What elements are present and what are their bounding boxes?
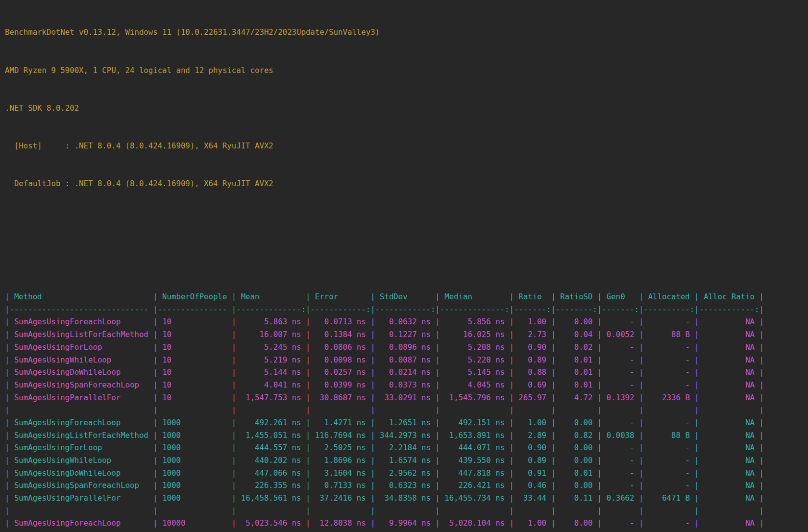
spacer-text: | | | | | | | | | | | [9,405,763,414]
env-line-cpu: AMD Ryzen 9 5900X, 1 CPU, 24 logical and… [5,64,808,77]
benchmark-table: | Method | NumberOfPeople | Mean | Error… [5,290,808,532]
row-text: SumAgesUsingForeachLoop | 10 | 5.863 ns … [9,317,763,326]
row-text: SumAgesUsingWhileLoop | 1000 | 440.202 n… [9,456,763,465]
table-row: | SumAgesUsingListForEachMethod | 10 | 1… [5,328,808,341]
row-text: SumAgesUsingListForEachMethod | 1000 | 1… [9,431,763,440]
table-row: | SumAgesUsingForLoop | 10 | 5.245 ns | … [5,341,808,354]
table-row: | SumAgesUsingDoWhileLoop | 1000 | 447.0… [5,467,808,480]
row-text: SumAgesUsingWhileLoop | 10 | 5.219 ns | … [9,355,763,364]
row-text: SumAgesUsingSpanForeachLoop | 1000 | 226… [9,481,763,490]
env-line-sdk: .NET SDK 8.0.202 [5,102,808,115]
env-line-benchmarkdotnet: BenchmarkDotNet v0.13.12, Windows 11 (10… [5,26,808,39]
table-row: | SumAgesUsingSpanForeachLoop | 10 | 4.0… [5,379,808,391]
table-row: | SumAgesUsingListForEachMethod | 10000 … [5,530,808,532]
terminal-window: { "colors": { "background": "#272727", "… [0,0,808,532]
table-row: | SumAgesUsingParallelFor | 10 | 1,547.7… [5,391,808,404]
row-text: SumAgesUsingDoWhileLoop | 1000 | 447.066… [9,468,763,478]
row-text: SumAgesUsingSpanForeachLoop | 10 | 4.041… [9,380,763,389]
table-row: | SumAgesUsingWhileLoop | 10 | 5.219 ns … [5,354,808,366]
blank-line [5,215,808,228]
header-text: | Method | NumberOfPeople | Mean | Error… [5,292,764,301]
spacer-text: | | | | | | | | | | | [9,506,763,515]
table-row: | SumAgesUsingSpanForeachLoop | 1000 | 2… [5,479,808,492]
table-row: | SumAgesUsingDoWhileLoop | 10 | 5.144 n… [5,366,808,379]
row-text: SumAgesUsingListForEachMethod | 10 | 16.… [9,330,763,339]
env-line-host: [Host] : .NET 8.0.4 (8.0.424.16909), X64… [5,140,808,152]
table-row: | SumAgesUsingListForEachMethod | 1000 |… [5,429,808,442]
table-row: | SumAgesUsingWhileLoop | 1000 | 440.202… [5,454,808,467]
row-text: SumAgesUsingForLoop | 10 | 5.245 ns | 0.… [9,342,763,352]
env-line-defaultjob: DefaultJob : .NET 8.0.4 (8.0.424.16909),… [5,177,808,190]
table-row: | SumAgesUsingForeachLoop | 1000 | 492.2… [5,416,808,429]
table-row: | SumAgesUsingForeachLoop | 10 | 5.863 n… [5,315,808,328]
terminal-output: BenchmarkDotNet v0.13.12, Windows 11 (10… [0,0,808,532]
table-spacer-row: | | | | | | | | | | | | [5,404,808,416]
table-row: | SumAgesUsingParallelFor | 1000 | 16,45… [5,492,808,505]
row-text: SumAgesUsingForeachLoop | 1000 | 492.261… [9,418,763,427]
row-text: SumAgesUsingParallelFor | 10 | 1,547.753… [9,393,763,402]
table-row: | SumAgesUsingForLoop | 1000 | 444.557 n… [5,441,808,454]
separator-text: |------------------------------ |-------… [5,305,764,314]
blank-line [5,253,808,266]
row-text: SumAgesUsingDoWhileLoop | 10 | 5.144 ns … [9,367,763,377]
row-text: SumAgesUsingForLoop | 1000 | 444.557 ns … [9,443,763,452]
row-text: SumAgesUsingParallelFor | 1000 | 16,458.… [9,493,763,503]
table-separator-row: |------------------------------ |-------… [5,303,808,316]
table-row: | SumAgesUsingForeachLoop | 10000 | 5,02… [5,517,808,530]
table-header-row: | Method | NumberOfPeople | Mean | Error… [5,290,808,303]
row-text: SumAgesUsingForeachLoop | 10000 | 5,023.… [9,518,763,528]
table-spacer-row: | | | | | | | | | | | | [5,505,808,517]
